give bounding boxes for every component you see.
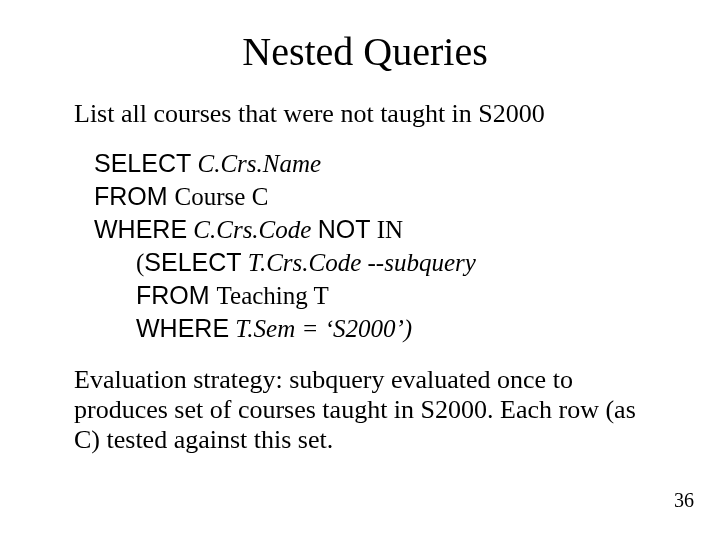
alias-t: T	[308, 282, 329, 309]
slide-title: Nested Queries	[70, 28, 660, 75]
select-columns: C.Crs.Name	[191, 150, 321, 177]
sql-query-block: SELECT C.Crs.Name FROM Course C WHERE C.…	[94, 147, 660, 345]
sub-where-clause: T.Sem = ‘S2000’)	[229, 315, 412, 342]
keyword-where-sub: WHERE	[136, 314, 229, 342]
page-number: 36	[674, 489, 694, 512]
keyword-select: SELECT	[94, 149, 191, 177]
sub-select-col: T.Crs.Code	[242, 249, 368, 276]
alias-c: C	[245, 183, 268, 210]
where-col: C.Crs.Code	[187, 216, 318, 243]
keyword-where: WHERE	[94, 215, 187, 243]
keyword-from: FROM	[94, 182, 175, 210]
subquery-comment: --subquery	[368, 249, 476, 276]
slide: Nested Queries List all courses that wer…	[0, 0, 720, 540]
keyword-from-sub: FROM	[136, 281, 217, 309]
table-course: Course	[175, 183, 246, 210]
query-line-6: WHERE T.Sem = ‘S2000’)	[136, 312, 660, 345]
problem-statement: List all courses that were not taught in…	[74, 99, 660, 129]
query-line-4: (SELECT T.Crs.Code --subquery	[136, 246, 660, 279]
query-line-5: FROM Teaching T	[136, 279, 660, 312]
query-line-1: SELECT C.Crs.Name	[94, 147, 660, 180]
query-line-3: WHERE C.Crs.Code NOT IN	[94, 213, 660, 246]
table-teaching: Teaching	[217, 282, 308, 309]
evaluation-strategy: Evaluation strategy: subquery evaluated …	[74, 365, 660, 455]
keyword-not: NOT	[318, 215, 371, 243]
query-line-2: FROM Course C	[94, 180, 660, 213]
keyword-in: IN	[370, 216, 403, 243]
keyword-select-sub: SELECT	[144, 248, 241, 276]
